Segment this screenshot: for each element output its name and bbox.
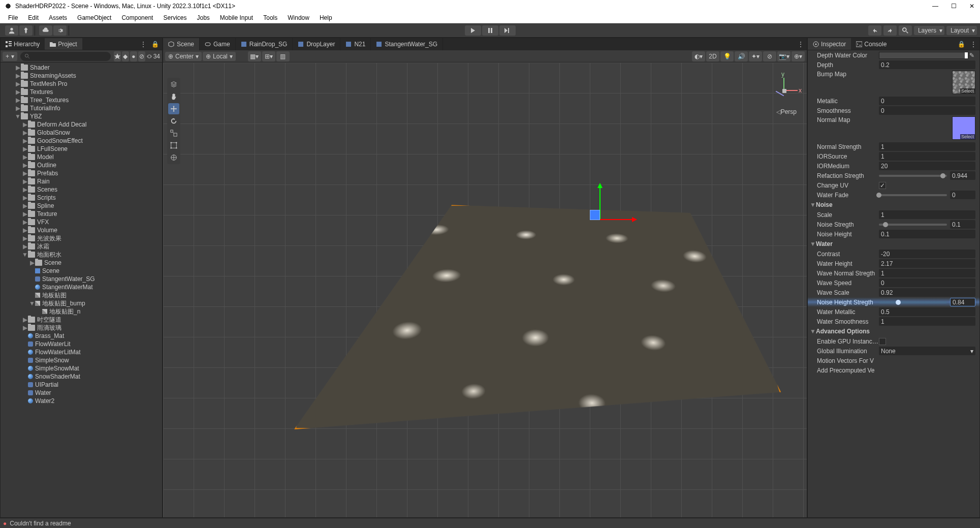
normal-map-slot[interactable]: Select	[952, 116, 975, 140]
refaction-value[interactable]: 0.944	[950, 171, 975, 180]
handle-dropdown[interactable]: ⊕Local▾	[203, 52, 236, 61]
pause-button[interactable]	[482, 25, 498, 36]
scene-tab-stangentwater_sg[interactable]: StangentWater_SG	[371, 38, 443, 50]
eyedropper-icon[interactable]: ✎	[968, 52, 975, 59]
transform-gizmo[interactable]	[585, 205, 615, 235]
fx-icon[interactable]: ✦▾	[749, 51, 762, 61]
menu-gameobject[interactable]: GameObject	[73, 13, 115, 22]
tree-item[interactable]: StangentWaterMat	[1, 283, 162, 291]
menu-help[interactable]: Help	[315, 13, 336, 22]
project-search[interactable]	[20, 52, 111, 61]
tree-item[interactable]: SnowShaderMat	[1, 372, 162, 381]
wave-speed-field[interactable]	[879, 278, 975, 287]
noise-strength-slider[interactable]	[879, 224, 947, 226]
menu-mobileinput[interactable]: Mobile Input	[216, 13, 257, 22]
tree-item[interactable]: ▶Prefabs	[1, 169, 162, 177]
normal-strength-field[interactable]	[879, 142, 975, 151]
advanced-section[interactable]: ▼Advanced Options	[808, 326, 979, 336]
transform-tool-icon[interactable]	[168, 152, 179, 163]
scene-tabs-menu-icon[interactable]: ⋮	[795, 41, 807, 48]
tree-item[interactable]: ▼地面积水	[1, 251, 162, 259]
inspector-tab[interactable]: Inspector	[808, 38, 851, 50]
tree-item[interactable]: UIPartial	[1, 381, 162, 389]
tree-item[interactable]: ▶GlobalSnow	[1, 129, 162, 137]
pin-icon[interactable]	[19, 25, 33, 36]
water-metallic-field[interactable]	[879, 307, 975, 316]
tree-item[interactable]: Water	[1, 389, 162, 397]
gpu-instancing-checkbox[interactable]	[879, 338, 886, 345]
wave-scale-field[interactable]	[879, 288, 975, 297]
tree-item[interactable]: ▶Scenes	[1, 185, 162, 194]
hand-tool-icon[interactable]	[168, 91, 179, 102]
scale-tool-icon[interactable]	[168, 128, 179, 139]
menu-component[interactable]: Component	[117, 13, 157, 22]
menu-window[interactable]: Window	[283, 13, 313, 22]
view-tool-icon[interactable]	[168, 79, 179, 90]
tree-item[interactable]: ▶Deform Add Decal	[1, 120, 162, 129]
menu-file[interactable]: File	[4, 13, 22, 22]
scene-tab-droplayer[interactable]: DropLayer	[293, 38, 340, 50]
tree-item[interactable]: ▶Tree_Textures	[1, 96, 162, 104]
tree-item[interactable]: ▶Outline	[1, 161, 162, 169]
account-icon[interactable]	[5, 25, 18, 36]
play-button[interactable]	[465, 25, 481, 36]
tree-item[interactable]: ▶Spline	[1, 202, 162, 210]
draw-mode-icon[interactable]: ◐▾	[692, 51, 705, 61]
scene-tab-n21[interactable]: N21	[340, 38, 371, 50]
tree-item[interactable]: ▼YBZ	[1, 112, 162, 120]
tree-item[interactable]: ▶StreamingAssets	[1, 72, 162, 80]
depth-water-color-swatch[interactable]	[879, 52, 968, 59]
pivot-dropdown[interactable]: ⊕Center▾	[165, 52, 202, 61]
close-button[interactable]: ✕	[968, 2, 976, 10]
scene-viewport[interactable]: y x ◁Persp	[163, 63, 807, 517]
audio-icon[interactable]: 🔊	[735, 51, 748, 61]
tree-item[interactable]: Water2	[1, 397, 162, 405]
gizmos-icon[interactable]: ⊕▾	[792, 51, 805, 61]
noise-section[interactable]: ▼Noise	[808, 200, 979, 210]
tree-item[interactable]: SimpleSnowMat	[1, 364, 162, 372]
tree-item[interactable]: ▶雨滴玻璃	[1, 324, 162, 332]
console-tab[interactable]: Console	[851, 38, 892, 50]
inspector-menu-icon[interactable]: ⋮	[967, 41, 979, 48]
tree-item[interactable]: ▶冰霜	[1, 242, 162, 251]
tree-item[interactable]: 地板贴图	[1, 291, 162, 299]
global-illum-dropdown[interactable]: None▾	[879, 347, 975, 355]
metallic-field[interactable]	[879, 97, 975, 105]
depth-field[interactable]	[879, 60, 975, 69]
redo-icon[interactable]	[883, 25, 897, 36]
tree-item[interactable]: ▶光波效果	[1, 234, 162, 242]
menu-jobs[interactable]: Jobs	[193, 13, 213, 22]
lock-icon[interactable]: 🔒	[148, 41, 162, 48]
filter-label-icon[interactable]: ●	[130, 51, 137, 61]
undo-icon[interactable]	[868, 25, 881, 36]
project-tree[interactable]: ▶Shader▶StreamingAssets▶TextMesh Pro▶Tex…	[1, 63, 162, 517]
lock-icon[interactable]: 🔒	[956, 41, 967, 48]
tree-item[interactable]: ▶Scripts	[1, 194, 162, 202]
tree-item[interactable]: ▶VFX	[1, 218, 162, 226]
scene-tab-game[interactable]: Game	[200, 38, 236, 50]
menu-assets[interactable]: Assets	[45, 13, 71, 22]
menu-services[interactable]: Services	[159, 13, 191, 22]
hidden-objects-icon[interactable]: ⊘	[763, 51, 776, 61]
filter-favorites-icon[interactable]	[114, 51, 121, 61]
ior-source-field[interactable]	[879, 152, 975, 161]
water-height-field[interactable]	[879, 259, 975, 268]
filter-type-icon[interactable]: ◆	[122, 51, 129, 61]
tree-item[interactable]: Scene	[1, 267, 162, 275]
maximize-button[interactable]: ☐	[950, 2, 958, 10]
camera-icon[interactable]: 📷▾	[777, 51, 791, 61]
settings-icon[interactable]	[53, 25, 67, 36]
tree-item[interactable]: ▶Scene	[1, 259, 162, 267]
scene-tab-raindrop_sg[interactable]: RainDrop_SG	[236, 38, 293, 50]
tree-item[interactable]: ▶Shader	[1, 64, 162, 72]
add-asset-dropdown[interactable]: +▾	[3, 52, 17, 61]
scale-field[interactable]	[879, 210, 975, 219]
tree-item[interactable]: ▼地板贴图_bump	[1, 299, 162, 307]
water-smoothness-field[interactable]	[879, 317, 975, 326]
bump-map-slot[interactable]: Select	[952, 71, 975, 94]
smoothness-field[interactable]	[879, 106, 975, 115]
cloud-icon[interactable]	[39, 25, 52, 36]
tree-item[interactable]: FlowWaterLit	[1, 340, 162, 348]
grid-snap-icon[interactable]: ▦▾	[248, 51, 261, 61]
search-icon[interactable]	[899, 25, 912, 36]
